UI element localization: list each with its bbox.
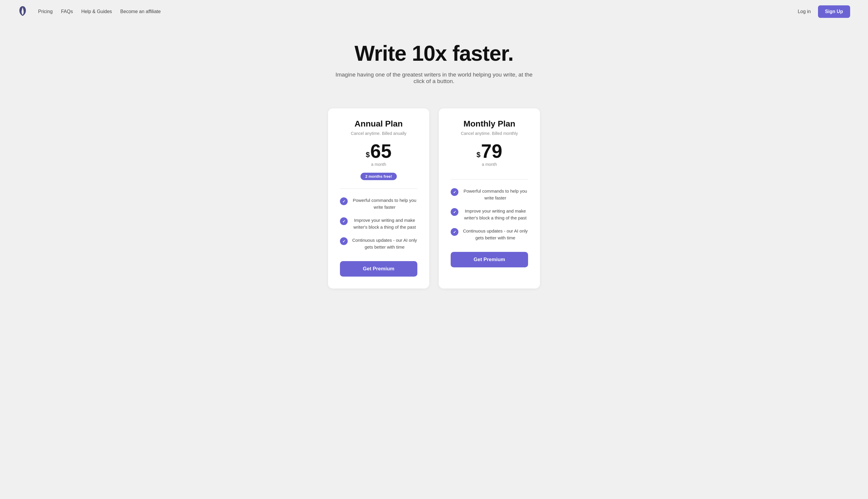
nav-link-pricing[interactable]: Pricing	[38, 9, 53, 14]
nav-link-faqs[interactable]: FAQs	[61, 9, 73, 14]
monthly-get-premium-button[interactable]: Get Premium	[451, 252, 528, 267]
check-icon-1	[340, 197, 348, 205]
hero-title: Write 10x faster.	[6, 41, 862, 65]
annual-plan-header: Annual Plan Cancel anytime. Billed anual…	[340, 119, 417, 189]
annual-features-list: Powerful commands to help you write fast…	[340, 197, 417, 251]
navbar: Pricing FAQs Help & Guides Become an aff…	[0, 0, 868, 23]
annual-feature-2: Improve your writing and make writer's b…	[340, 217, 417, 230]
annual-price-amount: 65	[370, 142, 392, 161]
monthly-price-row: $ 79	[451, 142, 528, 161]
nav-links: Pricing FAQs Help & Guides Become an aff…	[38, 9, 161, 14]
signup-button[interactable]: Sign Up	[818, 5, 850, 18]
monthly-price-amount: 79	[481, 142, 502, 161]
monthly-price-dollar: $	[476, 151, 481, 158]
annual-price-dollar: $	[366, 151, 370, 158]
annual-feature-text-2: Improve your writing and make writer's b…	[352, 217, 417, 230]
annual-feature-3: Continuous updates - our AI only gets be…	[340, 237, 417, 251]
annual-feature-1: Powerful commands to help you write fast…	[340, 197, 417, 210]
login-button[interactable]: Log in	[798, 9, 811, 14]
monthly-plan-billing: Cancel anytime. Billed monthly	[451, 131, 528, 136]
logo-icon	[18, 6, 27, 17]
annual-free-badge: 2 months free!	[360, 173, 397, 180]
monthly-price-period: a month	[451, 162, 528, 167]
hero-subtitle: Imagine having one of the greatest write…	[330, 71, 538, 85]
monthly-feature-1: Powerful commands to help you write fast…	[451, 188, 528, 201]
annual-plan-title: Annual Plan	[340, 119, 417, 129]
navbar-right: Log in Sign Up	[798, 5, 850, 18]
monthly-plan-card: Monthly Plan Cancel anytime. Billed mont…	[439, 108, 540, 289]
monthly-plan-title: Monthly Plan	[451, 119, 528, 129]
check-icon-3	[340, 237, 348, 245]
nav-link-help[interactable]: Help & Guides	[81, 9, 112, 14]
annual-price-period: a month	[340, 162, 417, 167]
monthly-feature-3: Continuous updates - our AI only gets be…	[451, 228, 528, 241]
monthly-features-list: Powerful commands to help you write fast…	[451, 188, 528, 241]
monthly-check-icon-1	[451, 188, 458, 196]
pricing-container: Annual Plan Cancel anytime. Billed anual…	[0, 96, 868, 306]
annual-feature-text-1: Powerful commands to help you write fast…	[352, 197, 417, 210]
annual-plan-card: Annual Plan Cancel anytime. Billed anual…	[328, 108, 429, 289]
monthly-feature-text-1: Powerful commands to help you write fast…	[462, 188, 528, 201]
hero-section: Write 10x faster. Imagine having one of …	[0, 23, 868, 96]
monthly-check-icon-2	[451, 208, 458, 216]
monthly-feature-text-3: Continuous updates - our AI only gets be…	[462, 228, 528, 241]
navbar-left: Pricing FAQs Help & Guides Become an aff…	[18, 6, 161, 17]
logo[interactable]	[18, 6, 27, 17]
monthly-feature-2: Improve your writing and make writer's b…	[451, 208, 528, 221]
check-icon-2	[340, 217, 348, 225]
monthly-check-icon-3	[451, 228, 458, 236]
annual-feature-text-3: Continuous updates - our AI only gets be…	[352, 237, 417, 251]
monthly-plan-header: Monthly Plan Cancel anytime. Billed mont…	[451, 119, 528, 180]
monthly-feature-text-2: Improve your writing and make writer's b…	[462, 208, 528, 221]
annual-get-premium-button[interactable]: Get Premium	[340, 261, 417, 277]
nav-link-affiliate[interactable]: Become an affiliate	[120, 9, 161, 14]
annual-price-row: $ 65	[340, 142, 417, 161]
annual-plan-billing: Cancel anytime. Billed anually	[340, 131, 417, 136]
